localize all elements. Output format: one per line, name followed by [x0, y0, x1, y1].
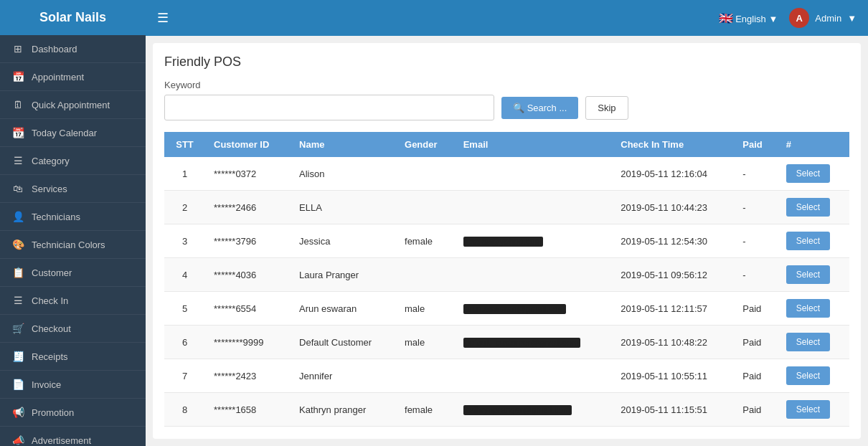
cell-email [455, 157, 613, 191]
table-row: 3******3796Jessicafemalejessica@yahoo.co… [164, 224, 849, 258]
language-selector[interactable]: 🇬🇧 English ▼ [719, 11, 778, 25]
app-title: Solar Nails [0, 0, 146, 35]
cell-name: Jennifer [291, 359, 396, 393]
technician-colors-icon: 🎨 [11, 239, 24, 250]
language-chevron-icon: ▼ [768, 14, 778, 24]
cell-gender: female [396, 224, 455, 258]
cell-name: Alison [291, 157, 396, 191]
cell-check-in-time: 2019-05-11 12:54:30 [612, 224, 734, 258]
admin-avatar: A [789, 8, 809, 28]
cell-customer-id: ******6554 [205, 292, 291, 326]
sidebar-item-appointment[interactable]: 📅 Appointment [0, 63, 146, 91]
search-input[interactable] [164, 95, 494, 120]
col-email: Email [455, 132, 613, 157]
flag-icon: 🇬🇧 [719, 12, 733, 24]
cell-gender: female [396, 393, 455, 427]
cell-name: Default Customer [291, 326, 396, 359]
sidebar-item-quick-appointment[interactable]: 🗓 Quick Appointment [0, 91, 146, 119]
cell-name: Jessica [291, 224, 396, 258]
cell-paid: - [734, 157, 777, 191]
cell-stt: 7 [164, 359, 205, 393]
sidebar-item-advertisement[interactable]: 📣 Advertisement [0, 427, 146, 446]
sidebar-item-category[interactable]: ☰ Category [0, 147, 146, 175]
select-button[interactable]: Select [786, 164, 830, 183]
cell-email [455, 359, 613, 393]
sidebar-item-label: Dashboard [32, 44, 77, 54]
cell-stt: 4 [164, 258, 205, 292]
table-row: 6********9999Default Customermaledefault… [164, 326, 849, 359]
topbar-right: 🇬🇧 English ▼ A Admin ▼ [719, 8, 857, 28]
table-row: 7******2423Jennifer2019-05-11 10:55:11Pa… [164, 359, 849, 393]
cell-email: kathrynpranger@gmail.com [455, 393, 613, 427]
cell-customer-id: ******2423 [205, 359, 291, 393]
cell-name: ELLA [291, 191, 396, 224]
select-button[interactable]: Select [786, 400, 830, 419]
cell-action: Select [778, 326, 849, 359]
cell-name: Laura Pranger [291, 258, 396, 292]
cell-check-in-time: 2019-05-11 09:56:12 [612, 258, 734, 292]
table-header-row: STT Customer ID Name Gender Email Check … [164, 132, 849, 157]
select-button[interactable]: Select [786, 366, 830, 385]
cell-stt: 8 [164, 393, 205, 427]
cell-stt: 1 [164, 157, 205, 191]
sidebar-item-label: Appointment [32, 72, 84, 82]
cell-gender: male [396, 326, 455, 359]
cell-name: Kathryn pranger [291, 393, 396, 427]
cell-customer-id: ******3796 [205, 224, 291, 258]
cell-stt: 6 [164, 326, 205, 359]
sidebar-item-label: Services [32, 184, 67, 194]
col-name: Name [291, 132, 396, 157]
sidebar-item-customer[interactable]: 📋 Customer [0, 259, 146, 287]
cell-check-in-time: 2019-05-11 10:48:22 [612, 326, 734, 359]
customer-icon: 📋 [11, 267, 24, 278]
cell-paid: Paid [734, 393, 777, 427]
cell-paid: - [734, 191, 777, 224]
redacted-email: arun.eswaran@gmail.com [463, 304, 567, 314]
today-calendar-icon: 📆 [11, 127, 24, 138]
select-button[interactable]: Select [786, 232, 830, 250]
col-customer-id: Customer ID [205, 132, 291, 157]
sidebar-item-label: Check In [32, 295, 68, 306]
col-paid: Paid [734, 132, 777, 157]
sidebar-item-label: Technicians [32, 212, 80, 222]
topbar-left: ☰ [157, 10, 169, 26]
cell-customer-id: ******1658 [205, 393, 291, 427]
sidebar-item-services[interactable]: 🛍 Services [0, 175, 146, 203]
cell-customer-id: ******2466 [205, 191, 291, 224]
sidebar-item-check-in[interactable]: ☰ Check In [0, 287, 146, 315]
sidebar: Solar Nails ⊞ Dashboard 📅 Appointment 🗓 … [0, 0, 146, 446]
cell-stt: 2 [164, 191, 205, 224]
checkout-icon: 🛒 [11, 323, 24, 334]
select-button[interactable]: Select [786, 198, 830, 217]
col-check-in-time: Check In Time [612, 132, 734, 157]
cell-gender [396, 359, 455, 393]
sidebar-item-label: Technician Colors [32, 239, 105, 250]
sidebar-item-technician-colors[interactable]: 🎨 Technician Colors [0, 231, 146, 259]
sidebar-item-promotion[interactable]: 📢 Promotion [0, 399, 146, 427]
admin-menu[interactable]: A Admin ▼ [789, 8, 857, 28]
sidebar-item-technicians[interactable]: 👤 Technicians [0, 203, 146, 231]
cell-check-in-time: 2019-05-11 11:15:51 [612, 393, 734, 427]
technicians-icon: 👤 [11, 211, 24, 222]
select-button[interactable]: Select [786, 265, 830, 284]
cell-gender: male [396, 292, 455, 326]
skip-button[interactable]: Skip [585, 96, 628, 120]
sidebar-item-label: Advertisement [32, 435, 91, 446]
select-button[interactable]: Select [786, 299, 830, 318]
hamburger-icon[interactable]: ☰ [157, 10, 169, 26]
sidebar-item-dashboard[interactable]: ⊞ Dashboard [0, 35, 146, 63]
cell-paid: Paid [734, 326, 777, 359]
dashboard-icon: ⊞ [11, 43, 24, 54]
col-action: # [778, 132, 849, 157]
cell-email: jessica@yahoo.com [455, 224, 613, 258]
sidebar-item-checkout[interactable]: 🛒 Checkout [0, 315, 146, 343]
search-button[interactable]: 🔍 Search ... [501, 97, 578, 119]
table-row: 4******4036Laura Pranger2019-05-11 09:56… [164, 258, 849, 292]
select-button[interactable]: Select [786, 333, 830, 351]
sidebar-item-receipts[interactable]: 🧾 Receipts [0, 343, 146, 371]
cell-action: Select [778, 292, 849, 326]
sidebar-item-today-calendar[interactable]: 📆 Today Calendar [0, 119, 146, 147]
sidebar-item-invoice[interactable]: 📄 Invoice [0, 371, 146, 399]
sidebar-item-label: Invoice [32, 379, 61, 390]
cell-gender [396, 191, 455, 224]
